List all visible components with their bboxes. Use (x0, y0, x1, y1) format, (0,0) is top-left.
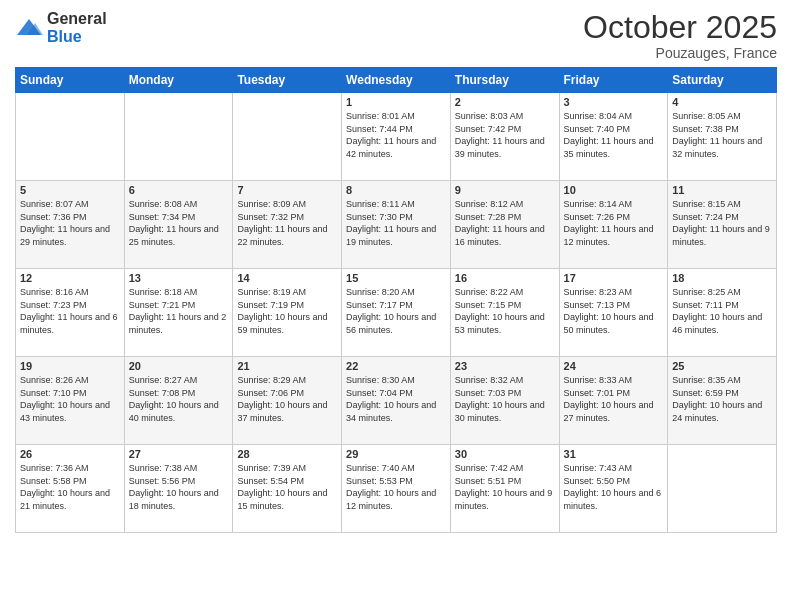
calendar-cell: 6Sunrise: 8:08 AM Sunset: 7:34 PM Daylig… (124, 181, 233, 269)
col-tuesday: Tuesday (233, 68, 342, 93)
calendar-cell: 18Sunrise: 8:25 AM Sunset: 7:11 PM Dayli… (668, 269, 777, 357)
calendar-cell: 25Sunrise: 8:35 AM Sunset: 6:59 PM Dayli… (668, 357, 777, 445)
day-info: Sunrise: 8:16 AM Sunset: 7:23 PM Dayligh… (20, 286, 120, 336)
day-number: 2 (455, 96, 555, 108)
day-number: 28 (237, 448, 337, 460)
calendar-cell: 3Sunrise: 8:04 AM Sunset: 7:40 PM Daylig… (559, 93, 668, 181)
calendar-cell: 17Sunrise: 8:23 AM Sunset: 7:13 PM Dayli… (559, 269, 668, 357)
calendar-cell: 27Sunrise: 7:38 AM Sunset: 5:56 PM Dayli… (124, 445, 233, 533)
calendar-cell: 15Sunrise: 8:20 AM Sunset: 7:17 PM Dayli… (342, 269, 451, 357)
day-number: 8 (346, 184, 446, 196)
calendar-cell: 10Sunrise: 8:14 AM Sunset: 7:26 PM Dayli… (559, 181, 668, 269)
calendar-week-1: 1Sunrise: 8:01 AM Sunset: 7:44 PM Daylig… (16, 93, 777, 181)
calendar-cell: 29Sunrise: 7:40 AM Sunset: 5:53 PM Dayli… (342, 445, 451, 533)
day-info: Sunrise: 8:27 AM Sunset: 7:08 PM Dayligh… (129, 374, 229, 424)
day-number: 27 (129, 448, 229, 460)
day-number: 12 (20, 272, 120, 284)
day-info: Sunrise: 8:18 AM Sunset: 7:21 PM Dayligh… (129, 286, 229, 336)
calendar-cell: 1Sunrise: 8:01 AM Sunset: 7:44 PM Daylig… (342, 93, 451, 181)
day-info: Sunrise: 8:35 AM Sunset: 6:59 PM Dayligh… (672, 374, 772, 424)
col-monday: Monday (124, 68, 233, 93)
day-info: Sunrise: 8:20 AM Sunset: 7:17 PM Dayligh… (346, 286, 446, 336)
calendar-cell: 21Sunrise: 8:29 AM Sunset: 7:06 PM Dayli… (233, 357, 342, 445)
day-number: 5 (20, 184, 120, 196)
day-info: Sunrise: 8:07 AM Sunset: 7:36 PM Dayligh… (20, 198, 120, 248)
day-info: Sunrise: 7:38 AM Sunset: 5:56 PM Dayligh… (129, 462, 229, 512)
calendar-cell: 31Sunrise: 7:43 AM Sunset: 5:50 PM Dayli… (559, 445, 668, 533)
day-number: 21 (237, 360, 337, 372)
day-number: 6 (129, 184, 229, 196)
day-info: Sunrise: 7:36 AM Sunset: 5:58 PM Dayligh… (20, 462, 120, 512)
day-info: Sunrise: 8:19 AM Sunset: 7:19 PM Dayligh… (237, 286, 337, 336)
day-number: 4 (672, 96, 772, 108)
logo-general: General (47, 10, 107, 27)
day-number: 19 (20, 360, 120, 372)
day-number: 15 (346, 272, 446, 284)
logo-text: General Blue (47, 10, 107, 46)
day-number: 30 (455, 448, 555, 460)
calendar-week-4: 19Sunrise: 8:26 AM Sunset: 7:10 PM Dayli… (16, 357, 777, 445)
calendar-cell: 4Sunrise: 8:05 AM Sunset: 7:38 PM Daylig… (668, 93, 777, 181)
calendar-cell (16, 93, 125, 181)
calendar-cell: 28Sunrise: 7:39 AM Sunset: 5:54 PM Dayli… (233, 445, 342, 533)
day-info: Sunrise: 8:14 AM Sunset: 7:26 PM Dayligh… (564, 198, 664, 248)
logo-blue: Blue (47, 28, 82, 45)
calendar-cell: 13Sunrise: 8:18 AM Sunset: 7:21 PM Dayli… (124, 269, 233, 357)
calendar-cell: 7Sunrise: 8:09 AM Sunset: 7:32 PM Daylig… (233, 181, 342, 269)
calendar-cell: 14Sunrise: 8:19 AM Sunset: 7:19 PM Dayli… (233, 269, 342, 357)
calendar-cell: 24Sunrise: 8:33 AM Sunset: 7:01 PM Dayli… (559, 357, 668, 445)
day-number: 23 (455, 360, 555, 372)
calendar-table: Sunday Monday Tuesday Wednesday Thursday… (15, 67, 777, 533)
calendar-cell: 26Sunrise: 7:36 AM Sunset: 5:58 PM Dayli… (16, 445, 125, 533)
day-info: Sunrise: 8:22 AM Sunset: 7:15 PM Dayligh… (455, 286, 555, 336)
day-info: Sunrise: 7:43 AM Sunset: 5:50 PM Dayligh… (564, 462, 664, 512)
logo-icon (15, 17, 43, 39)
calendar-cell: 2Sunrise: 8:03 AM Sunset: 7:42 PM Daylig… (450, 93, 559, 181)
calendar-cell: 23Sunrise: 8:32 AM Sunset: 7:03 PM Dayli… (450, 357, 559, 445)
calendar-cell: 19Sunrise: 8:26 AM Sunset: 7:10 PM Dayli… (16, 357, 125, 445)
calendar-week-5: 26Sunrise: 7:36 AM Sunset: 5:58 PM Dayli… (16, 445, 777, 533)
day-info: Sunrise: 8:03 AM Sunset: 7:42 PM Dayligh… (455, 110, 555, 160)
day-info: Sunrise: 8:08 AM Sunset: 7:34 PM Dayligh… (129, 198, 229, 248)
calendar-page: General Blue October 2025 Pouzauges, Fra… (0, 0, 792, 612)
calendar-week-2: 5Sunrise: 8:07 AM Sunset: 7:36 PM Daylig… (16, 181, 777, 269)
day-info: Sunrise: 8:09 AM Sunset: 7:32 PM Dayligh… (237, 198, 337, 248)
calendar-week-3: 12Sunrise: 8:16 AM Sunset: 7:23 PM Dayli… (16, 269, 777, 357)
calendar-cell: 22Sunrise: 8:30 AM Sunset: 7:04 PM Dayli… (342, 357, 451, 445)
day-number: 26 (20, 448, 120, 460)
day-number: 11 (672, 184, 772, 196)
calendar-cell (668, 445, 777, 533)
calendar-cell: 16Sunrise: 8:22 AM Sunset: 7:15 PM Dayli… (450, 269, 559, 357)
day-info: Sunrise: 8:11 AM Sunset: 7:30 PM Dayligh… (346, 198, 446, 248)
day-info: Sunrise: 7:40 AM Sunset: 5:53 PM Dayligh… (346, 462, 446, 512)
day-info: Sunrise: 8:04 AM Sunset: 7:40 PM Dayligh… (564, 110, 664, 160)
day-number: 17 (564, 272, 664, 284)
col-thursday: Thursday (450, 68, 559, 93)
month-title: October 2025 (583, 10, 777, 45)
day-info: Sunrise: 8:15 AM Sunset: 7:24 PM Dayligh… (672, 198, 772, 248)
day-number: 18 (672, 272, 772, 284)
col-sunday: Sunday (16, 68, 125, 93)
title-block: October 2025 Pouzauges, France (583, 10, 777, 61)
day-number: 13 (129, 272, 229, 284)
day-number: 7 (237, 184, 337, 196)
day-number: 10 (564, 184, 664, 196)
day-number: 16 (455, 272, 555, 284)
calendar-cell: 11Sunrise: 8:15 AM Sunset: 7:24 PM Dayli… (668, 181, 777, 269)
col-saturday: Saturday (668, 68, 777, 93)
day-info: Sunrise: 8:12 AM Sunset: 7:28 PM Dayligh… (455, 198, 555, 248)
day-number: 22 (346, 360, 446, 372)
col-wednesday: Wednesday (342, 68, 451, 93)
day-number: 9 (455, 184, 555, 196)
day-info: Sunrise: 8:05 AM Sunset: 7:38 PM Dayligh… (672, 110, 772, 160)
calendar-cell: 20Sunrise: 8:27 AM Sunset: 7:08 PM Dayli… (124, 357, 233, 445)
day-number: 25 (672, 360, 772, 372)
subtitle: Pouzauges, France (583, 45, 777, 61)
day-info: Sunrise: 8:01 AM Sunset: 7:44 PM Dayligh… (346, 110, 446, 160)
day-info: Sunrise: 8:30 AM Sunset: 7:04 PM Dayligh… (346, 374, 446, 424)
day-number: 31 (564, 448, 664, 460)
calendar-header-row: Sunday Monday Tuesday Wednesday Thursday… (16, 68, 777, 93)
day-info: Sunrise: 8:25 AM Sunset: 7:11 PM Dayligh… (672, 286, 772, 336)
header: General Blue October 2025 Pouzauges, Fra… (15, 10, 777, 61)
day-info: Sunrise: 8:29 AM Sunset: 7:06 PM Dayligh… (237, 374, 337, 424)
